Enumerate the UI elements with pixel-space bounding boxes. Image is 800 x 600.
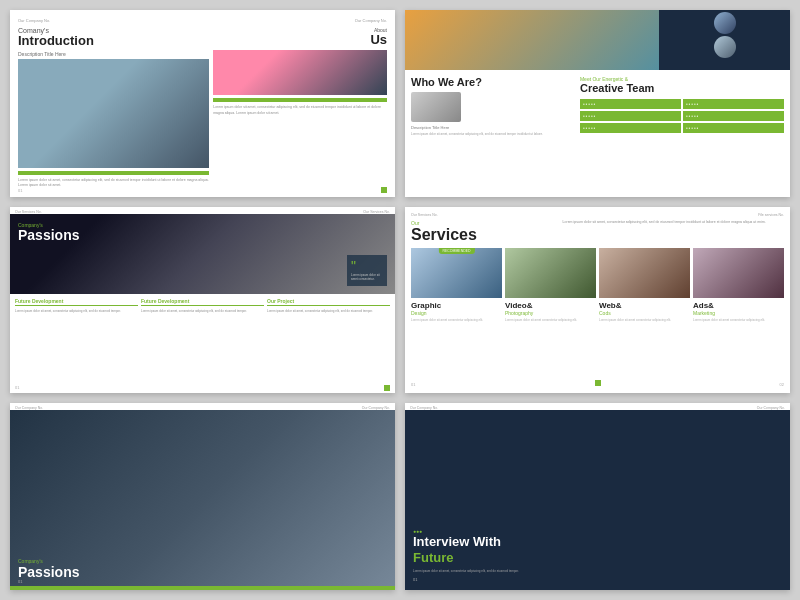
- services-description: Lorem ipsum dolor sit amet, consectetur …: [563, 220, 784, 244]
- video-text: Lorem ipsum dolor sit amet consectetur a…: [505, 318, 596, 322]
- slide5-header: Our Company No. Our Company No.: [10, 403, 395, 410]
- service-card-ads: Ads& Marketing Lorem ipsum dolor sit ame…: [693, 248, 784, 378]
- slide1-right: About Us Lorem ipsum dolor sit amet, con…: [213, 27, 387, 189]
- green-square: [384, 385, 390, 391]
- video-name: Video&: [505, 301, 596, 310]
- who-text: Lorem ipsum dolor sit amet, consectetur …: [411, 132, 568, 136]
- future-dev-text: Lorem ipsum dolor sit amet, consectetur …: [15, 309, 138, 313]
- web-text: Lorem ipsum dolor sit amet consectetur a…: [599, 318, 690, 322]
- web-name: Web&: [599, 301, 690, 310]
- green-square-bottom-right: [381, 187, 387, 193]
- future-dev-heading: Future Development: [15, 298, 138, 306]
- ads-type: Marketing: [693, 310, 784, 316]
- passions-main-image: Company's Passions " Lorem ipsum dolor s…: [10, 214, 395, 294]
- slide5-title: Passions: [18, 564, 79, 580]
- team-member-3: ● ● ● ● ●: [580, 111, 681, 121]
- team-member-5: ● ● ● ● ●: [580, 123, 681, 133]
- slide2-bottom: Who We Are? Description Title Here Lorem…: [405, 70, 790, 197]
- services-page-left: 01: [411, 382, 415, 387]
- slide1-content: Comany's Introduction Description Title …: [18, 27, 387, 189]
- intro-text: Lorem ipsum dolor sit amet, consectetur …: [18, 178, 209, 189]
- graphic-text: Lorem ipsum dolor sit amet consectetur a…: [411, 318, 502, 322]
- slide1-header: Our Company No. Our Company No.: [18, 18, 387, 23]
- slide-passions: Our Services No. Our Services No. Compan…: [10, 207, 395, 394]
- graphic-type: Design: [411, 310, 502, 316]
- slide-introduction: Our Company No. Our Company No. Comany's…: [10, 10, 395, 197]
- slide-interview: Our Company No. Our Company No. ●●● Inte…: [405, 403, 790, 590]
- slide5-green-accent: [10, 586, 395, 590]
- team-heading: Creative Team: [580, 82, 784, 95]
- desc-label-1: Description Title Here: [18, 51, 209, 57]
- future-dev-heading2: Future Development: [141, 298, 264, 306]
- about-image: [213, 50, 387, 95]
- future-dev-text2: Lorem ipsum dolor sit amet, consectetur …: [141, 309, 264, 313]
- services-footer: 01 02: [411, 380, 784, 387]
- slide2-top-images: [405, 10, 790, 70]
- graphic-image: RECOMMENDED: [411, 248, 502, 298]
- green-bar-2: [213, 98, 387, 102]
- slide6-top-area: ●●● Interview With Future Lorem ipsum do…: [405, 410, 790, 590]
- service-card-graphic: RECOMMENDED Graphic Design Lorem ipsum d…: [411, 248, 502, 378]
- about-heading: Us: [213, 33, 387, 47]
- quote-box: " Lorem ipsum dolor sit amet consectetur…: [347, 255, 387, 285]
- our-project-col: Our Project Lorem ipsum dolor sit amet, …: [267, 298, 390, 380]
- services-heading: Services: [411, 226, 559, 244]
- slide6-header: Our Company No. Our Company No.: [405, 403, 790, 410]
- interview-title: Interview With: [413, 534, 782, 550]
- passions-heading: Passions: [18, 228, 79, 242]
- slide1-header-left: Our Company No.: [18, 18, 50, 23]
- slide3-header: Our Services No. Our Services No.: [10, 207, 395, 214]
- video-type: Photography: [505, 310, 596, 316]
- future-dev-col2: Future Development Lorem ipsum dolor sit…: [141, 298, 264, 380]
- our-project-text: Lorem ipsum dolor sit amet, consectetur …: [267, 309, 390, 313]
- passions-bottom: Future Development Lorem ipsum dolor sit…: [10, 294, 395, 384]
- quote-mark: ": [351, 259, 383, 273]
- who-we-are-col: Who We Are? Description Title Here Lorem…: [405, 70, 574, 197]
- circle-img-1: [714, 12, 736, 34]
- services-grid: RECOMMENDED Graphic Design Lorem ipsum d…: [411, 248, 784, 378]
- service-card-web: Web& Cods Lorem ipsum dolor sit amet con…: [599, 248, 690, 378]
- who-heading: Who We Are?: [411, 76, 568, 89]
- green-accent-bar: [18, 171, 209, 175]
- slide6-page-num: 01: [413, 577, 782, 582]
- services-top: Our Services Lorem ipsum dolor sit amet,…: [411, 220, 784, 244]
- web-type: Cods: [599, 310, 690, 316]
- interview-text: Lorem ipsum dolor sit amet, consectetur …: [413, 569, 782, 573]
- passions-page-nums: 01: [10, 383, 395, 393]
- team-member-2: ● ● ● ● ●: [683, 99, 784, 109]
- intro-image: [18, 59, 209, 168]
- recommended-badge: RECOMMENDED: [438, 248, 474, 254]
- team-member-6: ● ● ● ● ●: [683, 123, 784, 133]
- services-page-right: 02: [780, 382, 784, 387]
- about-text: Lorem ipsum dolor sit amet, consectetur …: [213, 105, 387, 116]
- service-card-video: Video& Photography Lorem ipsum dolor sit…: [505, 248, 596, 378]
- circle-img-2: [714, 36, 736, 58]
- slide5-main-image: Company's Passions 01: [10, 410, 395, 590]
- graphic-name: Graphic: [411, 301, 502, 310]
- team-grid: ● ● ● ● ● ● ● ● ● ● ● ● ● ● ● ● ● ● ● ● …: [580, 99, 784, 133]
- passions-title: Company's Passions: [18, 222, 79, 242]
- circle-images: [659, 10, 790, 70]
- slide1-left: Comany's Introduction Description Title …: [18, 27, 209, 189]
- video-image: [505, 248, 596, 298]
- page-number: 01: [18, 188, 22, 193]
- who-image: [411, 92, 461, 122]
- our-project-heading: Our Project: [267, 298, 390, 306]
- slide4-header-right: File services No.: [758, 213, 784, 217]
- slide-passions-2: Our Company No. Our Company No. Company'…: [10, 403, 395, 590]
- ads-name: Ads&: [693, 301, 784, 310]
- page-num-left: 01: [15, 385, 19, 391]
- slide-who-we-are: Who We Are? Description Title Here Lorem…: [405, 10, 790, 197]
- slide-services: Our Services No. File services No. Our S…: [405, 207, 790, 394]
- slide4-header: Our Services No. File services No.: [411, 213, 784, 217]
- future-label: Future: [413, 550, 782, 565]
- introduction-heading: Introduction: [18, 34, 209, 48]
- team-member-1: ● ● ● ● ●: [580, 99, 681, 109]
- ads-image: [693, 248, 784, 298]
- slide1-header-right: Our Company No.: [355, 18, 387, 23]
- services-green-square: [595, 380, 601, 386]
- future-dev-col: Future Development Lorem ipsum dolor sit…: [15, 298, 138, 380]
- slide4-header-left: Our Services No.: [411, 213, 438, 217]
- services-title-area: Our Services: [411, 220, 559, 244]
- who-desc-label: Description Title Here: [411, 125, 568, 130]
